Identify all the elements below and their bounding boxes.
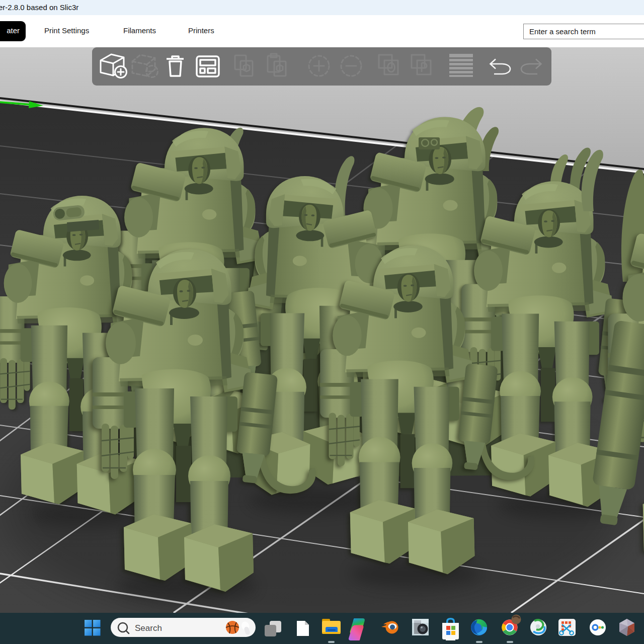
svg-text:Search: Search	[135, 623, 162, 633]
